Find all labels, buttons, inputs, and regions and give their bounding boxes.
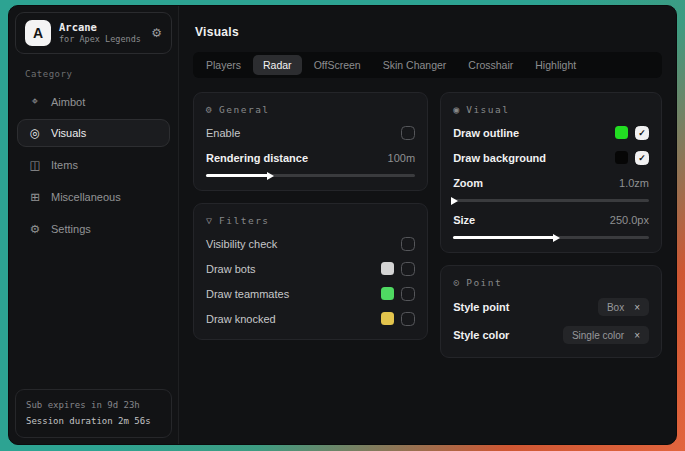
- tab-offscreen[interactable]: OffScreen: [304, 55, 371, 75]
- filters-panel: ▽ Filters Visibility check Draw bots: [193, 203, 428, 340]
- style-color-chip-value: Single color: [572, 330, 624, 341]
- tab-crosshair[interactable]: Crosshair: [458, 55, 523, 75]
- sidebar-spacer: [15, 245, 172, 389]
- draw-bots-row: Draw bots: [206, 261, 415, 276]
- enable-row: Enable: [206, 125, 415, 140]
- gear-icon: ⚙: [28, 222, 42, 236]
- draw-background-checkbox[interactable]: ✓: [635, 151, 649, 165]
- slider-thumb[interactable]: [451, 197, 458, 205]
- draw-bots-controls: [381, 262, 415, 276]
- color-swatch[interactable]: [615, 151, 628, 164]
- draw-teammates-controls: [381, 287, 415, 301]
- grid-icon: ⊞: [28, 190, 42, 204]
- right-column: ◉ Visual Draw outline ✓ Draw background: [440, 92, 662, 358]
- draw-outline-controls: ✓: [615, 126, 649, 140]
- rendering-distance-row: Rendering distance 100m: [206, 150, 415, 165]
- left-column: ⚙ General Enable Rendering distance 100m: [193, 92, 428, 340]
- tab-highlight[interactable]: Highlight: [525, 55, 586, 75]
- funnel-icon: ▽: [206, 215, 212, 226]
- style-color-row: Style color Single color ×: [453, 326, 649, 344]
- style-point-chip-value: Box: [607, 302, 624, 313]
- app-title-block: Arcane for Apex Legends: [59, 21, 143, 45]
- eye-icon: ◎: [28, 126, 42, 140]
- draw-outline-checkbox[interactable]: ✓: [635, 126, 649, 140]
- color-swatch[interactable]: [381, 287, 394, 300]
- tab-skin-changer[interactable]: Skin Changer: [373, 55, 457, 75]
- sidebar-item-items[interactable]: ◫ Items: [17, 151, 170, 179]
- draw-teammates-row: Draw teammates: [206, 286, 415, 301]
- draw-bots-checkbox[interactable]: [401, 262, 415, 276]
- sidebar-item-label: Aimbot: [51, 96, 85, 108]
- panels-grid: ⚙ General Enable Rendering distance 100m: [193, 92, 662, 358]
- slider-thumb[interactable]: [553, 234, 560, 242]
- rendering-distance-label: Rendering distance: [206, 152, 308, 164]
- size-slider[interactable]: [453, 236, 649, 239]
- sidebar-item-settings[interactable]: ⚙ Settings: [17, 215, 170, 243]
- gear-icon: ⚙: [206, 104, 212, 115]
- zoom-row: Zoom 1.0zm: [453, 175, 649, 190]
- tab-bar: Players Radar OffScreen Skin Changer Cro…: [193, 52, 662, 78]
- enable-label: Enable: [206, 127, 240, 139]
- rendering-distance-slider[interactable]: [206, 174, 415, 177]
- sidebar-item-aimbot[interactable]: ⌖ Aimbot: [17, 88, 170, 115]
- settings-gear-icon[interactable]: ⚙: [151, 26, 162, 40]
- panel-title: Visual: [466, 104, 509, 115]
- draw-teammates-checkbox[interactable]: [401, 287, 415, 301]
- style-color-label: Style color: [453, 329, 509, 341]
- visibility-check-row: Visibility check: [206, 236, 415, 251]
- zoom-value: 1.0zm: [619, 177, 649, 189]
- zoom-slider[interactable]: [453, 199, 649, 202]
- rendering-distance-value: 100m: [388, 152, 416, 164]
- category-label: Category: [25, 69, 162, 79]
- size-row: Size 250.0px: [453, 212, 649, 227]
- visibility-check-checkbox[interactable]: [401, 237, 415, 251]
- sidebar-item-visuals[interactable]: ◎ Visuals: [17, 119, 170, 147]
- zoom-label: Zoom: [453, 177, 483, 189]
- visual-panel-header: ◉ Visual: [453, 104, 649, 115]
- style-color-select[interactable]: Single color ×: [563, 326, 649, 344]
- draw-teammates-label: Draw teammates: [206, 288, 289, 300]
- general-panel-header: ⚙ General: [206, 104, 415, 115]
- close-icon[interactable]: ×: [634, 330, 640, 341]
- enable-checkbox[interactable]: [401, 126, 415, 140]
- slider-fill: [453, 236, 555, 239]
- draw-outline-row: Draw outline ✓: [453, 125, 649, 140]
- page-title: Visuals: [195, 25, 662, 39]
- draw-knocked-checkbox[interactable]: [401, 312, 415, 326]
- draw-background-row: Draw background ✓: [453, 150, 649, 165]
- app-logo-card: A Arcane for Apex Legends ⚙: [15, 12, 172, 54]
- point-panel: ⊙ Point Style point Box × Style color S: [440, 265, 662, 358]
- panel-title: Point: [466, 277, 502, 288]
- package-icon: ◫: [28, 158, 42, 172]
- app-window: A Arcane for Apex Legends ⚙ Category ⌖ A…: [8, 5, 677, 445]
- draw-bots-label: Draw bots: [206, 263, 256, 275]
- slider-fill: [206, 174, 269, 177]
- panel-title: Filters: [219, 215, 270, 226]
- size-value: 250.0px: [610, 214, 649, 226]
- point-panel-header: ⊙ Point: [453, 277, 649, 288]
- sidebar-item-miscellaneous[interactable]: ⊞ Miscellaneous: [17, 183, 170, 211]
- subscription-info-card: Sub expires in 9d 23h Session duration 2…: [15, 389, 172, 438]
- color-swatch[interactable]: [381, 312, 394, 325]
- app-logo: A: [25, 20, 51, 46]
- color-swatch[interactable]: [381, 262, 394, 275]
- style-point-label: Style point: [453, 301, 509, 313]
- size-label: Size: [453, 214, 475, 226]
- draw-knocked-controls: [381, 312, 415, 326]
- draw-knocked-label: Draw knocked: [206, 313, 276, 325]
- main-content: Visuals Players Radar OffScreen Skin Cha…: [179, 6, 676, 444]
- visibility-check-label: Visibility check: [206, 238, 277, 250]
- color-swatch[interactable]: [615, 126, 628, 139]
- slider-thumb[interactable]: [267, 172, 274, 180]
- visual-panel: ◉ Visual Draw outline ✓ Draw background: [440, 92, 662, 253]
- close-icon[interactable]: ×: [634, 302, 640, 313]
- tab-radar[interactable]: Radar: [253, 55, 302, 75]
- draw-background-label: Draw background: [453, 152, 546, 164]
- app-tagline: for Apex Legends: [59, 34, 143, 45]
- tab-players[interactable]: Players: [196, 55, 251, 75]
- eye-icon: ◉: [453, 104, 459, 115]
- panel-title: General: [219, 104, 270, 115]
- session-duration-text: Session duration 2m 56s: [26, 414, 161, 429]
- style-point-select[interactable]: Box ×: [598, 298, 649, 316]
- app-name: Arcane: [59, 21, 143, 34]
